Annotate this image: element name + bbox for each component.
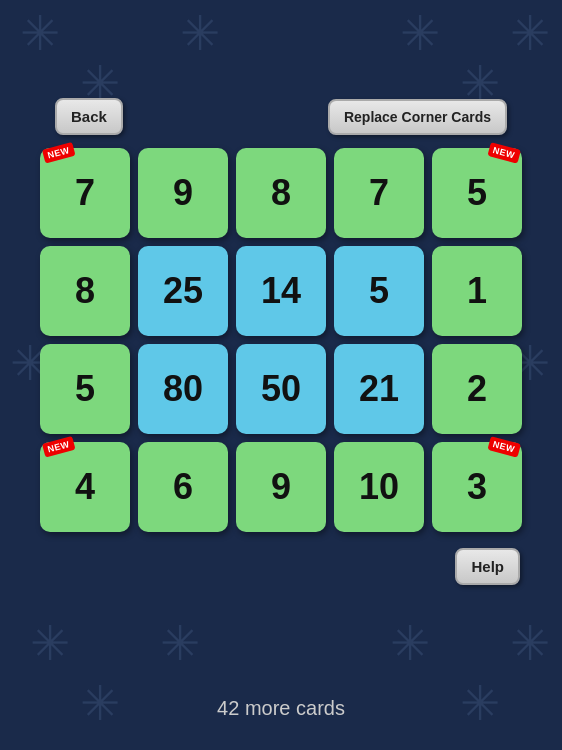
- card-r0-c4[interactable]: NEW5: [432, 148, 522, 238]
- card-r3-c2[interactable]: 9: [236, 442, 326, 532]
- card-value: 25: [163, 270, 203, 312]
- card-r0-c1[interactable]: 9: [138, 148, 228, 238]
- card-value: 9: [173, 172, 193, 214]
- card-r0-c3[interactable]: 7: [334, 148, 424, 238]
- new-badge: NEW: [42, 142, 75, 163]
- card-value: 7: [369, 172, 389, 214]
- card-value: 4: [75, 466, 95, 508]
- card-value: 50: [261, 368, 301, 410]
- card-r3-c4[interactable]: NEW3: [432, 442, 522, 532]
- card-grid: NEW7987NEW5825145158050212NEW46910NEW3: [40, 148, 522, 532]
- card-value: 9: [271, 466, 291, 508]
- card-value: 6: [173, 466, 193, 508]
- card-r1-c2[interactable]: 14: [236, 246, 326, 336]
- card-r1-c1[interactable]: 25: [138, 246, 228, 336]
- card-r3-c0[interactable]: NEW4: [40, 442, 130, 532]
- card-r0-c2[interactable]: 8: [236, 148, 326, 238]
- card-value: 7: [75, 172, 95, 214]
- card-r1-c4[interactable]: 1: [432, 246, 522, 336]
- card-value: 14: [261, 270, 301, 312]
- more-cards-label: 42 more cards: [217, 697, 345, 720]
- card-r0-c0[interactable]: NEW7: [40, 148, 130, 238]
- card-value: 2: [467, 368, 487, 410]
- card-r2-c2[interactable]: 50: [236, 344, 326, 434]
- card-value: 5: [467, 172, 487, 214]
- card-value: 21: [359, 368, 399, 410]
- card-value: 80: [163, 368, 203, 410]
- new-badge: NEW: [42, 436, 75, 457]
- card-r3-c1[interactable]: 6: [138, 442, 228, 532]
- header: Back Replace Corner Cards: [0, 98, 562, 135]
- card-value: 3: [467, 466, 487, 508]
- back-button[interactable]: Back: [55, 98, 123, 135]
- new-badge: NEW: [487, 436, 520, 457]
- replace-corner-cards-button[interactable]: Replace Corner Cards: [328, 99, 507, 135]
- card-r2-c4[interactable]: 2: [432, 344, 522, 434]
- card-value: 10: [359, 466, 399, 508]
- help-button[interactable]: Help: [455, 548, 520, 585]
- card-value: 8: [75, 270, 95, 312]
- card-r1-c3[interactable]: 5: [334, 246, 424, 336]
- card-r2-c3[interactable]: 21: [334, 344, 424, 434]
- card-r2-c1[interactable]: 80: [138, 344, 228, 434]
- card-value: 5: [369, 270, 389, 312]
- card-value: 5: [75, 368, 95, 410]
- new-badge: NEW: [487, 142, 520, 163]
- card-value: 1: [467, 270, 487, 312]
- card-value: 8: [271, 172, 291, 214]
- card-r1-c0[interactable]: 8: [40, 246, 130, 336]
- card-r3-c3[interactable]: 10: [334, 442, 424, 532]
- card-r2-c0[interactable]: 5: [40, 344, 130, 434]
